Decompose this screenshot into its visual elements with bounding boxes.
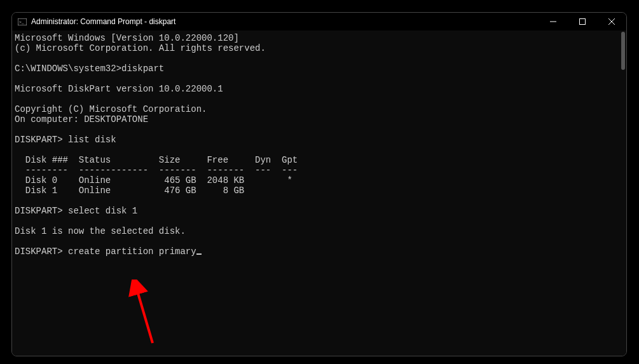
window-title: Administrator: Command Prompt - diskpart: [31, 17, 539, 26]
terminal-line: (c) Microsoft Corporation. All rights re…: [15, 43, 266, 53]
maximize-button[interactable]: [568, 13, 597, 30]
text-cursor: [196, 253, 202, 255]
command-prompt-window: >_ Administrator: Command Prompt - diskp…: [11, 12, 627, 356]
window-controls: [539, 13, 626, 30]
terminal-line: Disk 0 Online 465 GB 2048 KB *: [15, 175, 292, 185]
terminal-line: DISKPART> list disk: [15, 135, 116, 145]
terminal-line: Copyright (C) Microsoft Corporation.: [15, 104, 207, 114]
svg-rect-3: [580, 19, 586, 25]
terminal-line: Microsoft Windows [Version 10.0.22000.12…: [15, 33, 239, 43]
svg-text:>_: >_: [19, 20, 24, 25]
titlebar[interactable]: >_ Administrator: Command Prompt - diskp…: [12, 13, 626, 30]
terminal-line: Microsoft DiskPart version 10.0.22000.1: [15, 84, 223, 94]
terminal-line: C:\WINDOWS\system32>diskpart: [15, 64, 164, 74]
terminal-area[interactable]: Microsoft Windows [Version 10.0.22000.12…: [12, 30, 626, 356]
terminal-line: Disk ### Status Size Free Dyn Gpt: [15, 155, 298, 165]
minimize-button[interactable]: [539, 13, 568, 30]
terminal-line: Disk 1 Online 476 GB 8 GB: [15, 185, 244, 196]
terminal-line: Disk 1 is now the selected disk.: [15, 226, 186, 236]
terminal-line: On computer: DESKTOPATONE: [15, 114, 148, 125]
terminal-line: -------- ------------- ------- ------- -…: [15, 165, 298, 175]
terminal-line: DISKPART> select disk 1: [15, 206, 137, 216]
close-button[interactable]: [597, 13, 626, 30]
app-icon: >_: [17, 17, 27, 27]
terminal-line: DISKPART> create partition primary: [15, 246, 196, 257]
scrollbar[interactable]: [621, 32, 625, 70]
